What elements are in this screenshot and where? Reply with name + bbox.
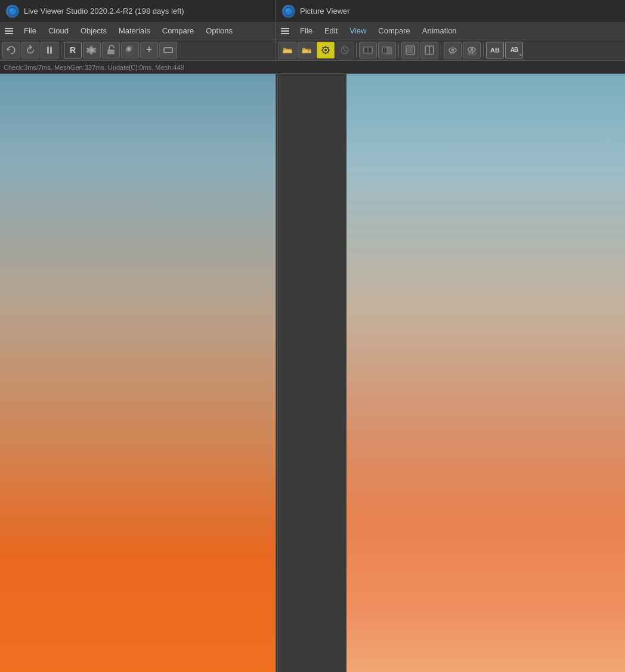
right-app-logo — [282, 5, 295, 18]
text-ab-button[interactable]: AB — [486, 42, 504, 58]
right-menu-view[interactable]: View — [344, 24, 372, 38]
svg-rect-27 — [364, 48, 367, 53]
rotate-tool-button[interactable] — [2, 42, 20, 58]
svg-line-22 — [328, 47, 329, 48]
refresh-button[interactable] — [21, 42, 39, 58]
left-status-bar: Check:3ms/7ms. MeshGen:337ms. Update[C]:… — [4, 64, 279, 71]
left-hamburger-button[interactable] — [0, 26, 18, 36]
text-ab2-icon: AB — [510, 47, 518, 53]
svg-rect-30 — [363, 50, 364, 51]
svg-rect-12 — [164, 48, 172, 53]
unlock-button[interactable] — [102, 42, 120, 58]
svg-rect-6 — [47, 47, 49, 54]
render-active-button[interactable] — [317, 42, 335, 58]
right-menu-bar: File Edit View Compare Animation — [276, 23, 625, 39]
left-menu-materials[interactable]: Materials — [113, 24, 156, 38]
add-icon: + — [146, 44, 153, 56]
svg-point-11 — [126, 46, 134, 54]
svg-rect-28 — [369, 48, 372, 53]
right-toolbar-sep-3 — [441, 44, 441, 57]
left-viewport-canvas[interactable] — [0, 74, 276, 672]
film-strip-button[interactable] — [359, 42, 377, 58]
title-bars-row: Live Viewer Studio 2020.2.4-R2 (198 days… — [0, 0, 625, 23]
svg-rect-34 — [386, 47, 392, 54]
view-single-button[interactable] — [401, 42, 419, 58]
svg-rect-38 — [382, 50, 383, 51]
view-split-button[interactable] — [420, 42, 438, 58]
svg-line-21 — [328, 52, 329, 53]
eye-compare-button[interactable]: A B — [463, 42, 481, 58]
more-button[interactable] — [159, 42, 177, 58]
left-status-text: Check:3ms/7ms. MeshGen:337ms. Update[C]:… — [4, 64, 184, 71]
menu-bars-row: File Cloud Objects Materials Compare Opt… — [0, 23, 625, 39]
render-button[interactable]: R — [64, 42, 82, 58]
right-viewport-image — [346, 74, 625, 672]
film-book-button[interactable] — [378, 42, 396, 58]
left-menu-cloud[interactable]: Cloud — [42, 24, 75, 38]
left-menu-compare[interactable]: Compare — [156, 24, 200, 38]
svg-point-4 — [285, 8, 292, 15]
pause-button[interactable] — [41, 42, 58, 58]
open-with-button[interactable]: ? — [298, 42, 315, 58]
svg-point-15 — [324, 49, 327, 51]
settings-button[interactable] — [83, 42, 101, 58]
right-viewport — [278, 74, 625, 672]
svg-rect-31 — [372, 48, 373, 49]
left-app-logo — [6, 5, 19, 18]
left-menu-bar: File Cloud Objects Materials Compare Opt… — [0, 23, 276, 39]
svg-rect-36 — [385, 48, 386, 53]
left-window-title: Live Viewer Studio 2020.2.4-R2 (198 days… — [24, 7, 184, 16]
toolbar-sep-1 — [61, 44, 61, 57]
left-title-bar: Live Viewer Studio 2020.2.4-R2 (198 days… — [0, 0, 276, 23]
svg-line-25 — [342, 47, 348, 53]
svg-rect-9 — [107, 50, 115, 54]
text-ab-icon: AB — [490, 47, 500, 54]
svg-line-20 — [323, 47, 324, 48]
right-toolbar: ? — [276, 39, 625, 61]
picture-viewer-canvas[interactable] — [346, 74, 625, 672]
right-toolbar-sep-4 — [483, 44, 484, 57]
left-menu-options[interactable]: Options — [200, 24, 239, 38]
main-content — [0, 74, 625, 672]
right-menu-compare[interactable]: Compare — [372, 24, 416, 38]
right-hamburger-button[interactable] — [276, 26, 294, 36]
svg-text:A B: A B — [469, 51, 474, 55]
render-disabled-button[interactable] — [336, 42, 354, 58]
svg-rect-37 — [382, 48, 383, 49]
right-menu-edit[interactable]: Edit — [318, 24, 344, 38]
svg-rect-40 — [407, 47, 413, 53]
svg-point-49 — [471, 48, 474, 51]
open-folder-button[interactable] — [279, 42, 296, 58]
right-viewport-sidebar — [278, 74, 346, 672]
right-toolbar-sep-2 — [398, 44, 399, 57]
left-toolbar: R — [0, 39, 276, 61]
right-menu-animation[interactable]: Animation — [416, 24, 463, 38]
svg-rect-32 — [372, 50, 373, 51]
add-button[interactable]: + — [140, 42, 158, 58]
svg-point-2 — [10, 9, 13, 11]
svg-rect-35 — [383, 48, 384, 53]
right-toolbar-sep-1 — [356, 44, 357, 57]
svg-line-23 — [323, 52, 324, 53]
svg-text:?: ? — [307, 49, 310, 53]
svg-point-1 — [9, 8, 16, 15]
sphere-button[interactable] — [121, 42, 139, 58]
right-title-bar: Picture Viewer — [276, 0, 625, 23]
svg-point-50 — [472, 48, 473, 50]
left-menu-objects[interactable]: Objects — [75, 24, 113, 38]
toolbar-bars-row: R — [0, 39, 625, 61]
text-ab2-button[interactable]: AB + — [505, 42, 523, 58]
svg-point-5 — [286, 9, 289, 11]
status-bar: Check:3ms/7ms. MeshGen:337ms. Update[C]:… — [0, 61, 625, 74]
right-menu-file[interactable]: File — [294, 24, 318, 38]
left-viewport — [0, 74, 276, 672]
svg-point-45 — [453, 49, 454, 50]
show-original-button[interactable]: A B — [444, 42, 462, 58]
svg-text:B: B — [452, 51, 454, 55]
svg-rect-7 — [50, 47, 52, 54]
svg-rect-29 — [363, 48, 364, 49]
left-menu-file[interactable]: File — [18, 24, 42, 38]
render-icon: R — [70, 45, 76, 55]
right-window-title: Picture Viewer — [300, 7, 350, 16]
